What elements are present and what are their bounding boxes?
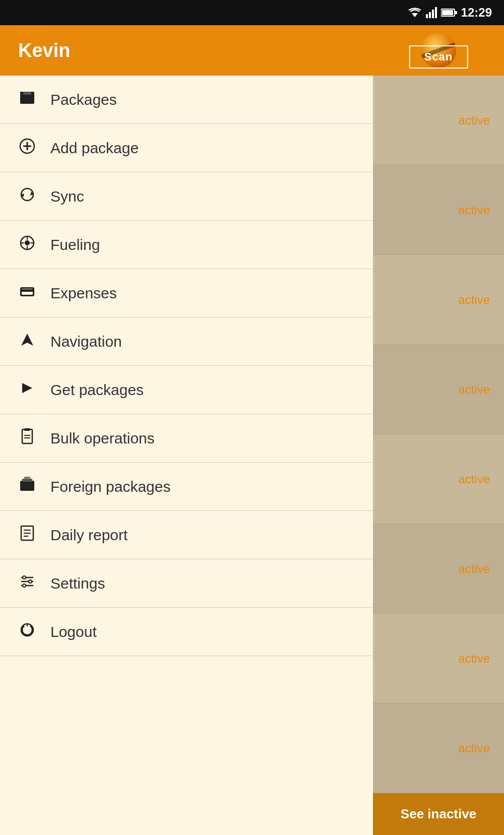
sidebar-item-navigation[interactable]: Navigation [0,317,373,366]
sidebar-item-fueling[interactable]: Fueling [0,221,373,269]
settings-icon [18,573,36,593]
sidebar-item-sync-label: Sync [50,188,84,205]
svg-rect-1 [426,14,428,18]
list-row: active [373,76,504,165]
bulk-operations-icon [18,428,36,448]
svg-rect-4 [435,7,437,18]
add-package-icon [18,138,36,158]
sidebar-item-fueling-label: Fueling [50,236,100,253]
svg-point-14 [25,240,30,245]
sidebar-item-sync[interactable]: Sync [0,172,373,221]
signal-icon [426,7,437,18]
sidebar-item-add-package[interactable]: Add package [0,124,373,172]
svg-point-38 [29,580,32,583]
status-badge: active [458,562,490,576]
sidebar-item-foreign-packages[interactable]: Foreign packages [0,463,373,511]
status-badge: active [458,293,490,307]
svg-rect-2 [429,12,431,18]
svg-marker-0 [412,13,418,17]
sidebar-header: Kevin [0,25,373,76]
sidebar-item-logout[interactable]: Logout [0,608,373,656]
sidebar-item-bulk-operations[interactable]: Bulk operations [0,414,373,463]
sidebar-item-settings[interactable]: Settings [0,559,373,608]
sidebar-item-daily-report[interactable]: Daily report [0,511,373,559]
svg-marker-22 [21,334,33,346]
packages-icon [18,90,36,109]
fueling-icon [18,235,36,254]
status-badge: active [458,203,490,217]
sidebar-item-navigation-label: Navigation [50,333,122,350]
daily-report-icon [18,525,36,545]
list-row: active [373,524,504,614]
sidebar-item-logout-label: Logout [50,623,97,640]
list-row: active [373,614,504,703]
svg-rect-28 [20,481,34,491]
sidebar-item-get-packages-label: Get packages [50,381,144,399]
list-row: active [373,703,504,793]
status-badge: active [458,382,490,397]
list-row: active [373,165,504,255]
sidebar-header-title: Kevin [18,40,70,61]
see-inactive-button[interactable]: See inactive [373,793,504,835]
status-icons: 12:29 [408,6,492,20]
right-header: Scan [373,25,504,76]
sidebar-item-foreign-packages-label: Foreign packages [50,478,170,495]
sidebar-item-expenses[interactable]: Expenses [0,269,373,317]
status-bar: 12:29 [0,0,504,25]
scan-button[interactable]: Scan [409,45,468,69]
wifi-icon [408,7,422,18]
right-panel: Scan active active active active active … [373,25,504,835]
sidebar-item-packages-label: Packages [50,91,117,108]
sidebar-item-bulk-operations-label: Bulk operations [50,430,155,447]
sidebar-menu: Packages Add package Sync Fueling [0,76,373,835]
list-row: active [373,434,504,524]
svg-rect-24 [22,429,32,443]
get-packages-icon [18,380,36,400]
svg-rect-21 [20,289,34,292]
status-badge: active [458,652,490,666]
svg-rect-9 [23,92,31,95]
sidebar-item-packages[interactable]: Packages [0,76,373,124]
status-badge: active [458,113,490,127]
svg-marker-23 [22,383,32,393]
sidebar-item-get-packages[interactable]: Get packages [0,366,373,414]
expenses-icon [18,283,36,303]
svg-rect-6 [442,10,453,15]
svg-rect-7 [455,11,457,14]
sidebar-item-settings-label: Settings [50,575,105,592]
battery-icon [441,8,457,17]
svg-point-36 [23,576,26,579]
navigation-icon [18,332,36,351]
status-time: 12:29 [461,6,492,20]
main-layout: Kevin Packages Add package Sync [0,25,504,835]
sync-icon [18,186,36,206]
foreign-packages-icon [18,477,36,496]
svg-rect-30 [24,477,30,479]
sidebar-item-daily-report-label: Daily report [50,527,128,544]
list-row: active [373,255,504,345]
status-badge: active [458,741,490,755]
sidebar: Kevin Packages Add package Sync [0,25,373,835]
logout-icon [18,622,36,641]
list-row: active [373,345,504,434]
right-content: active active active active active activ… [373,76,504,835]
status-badge: active [458,472,490,486]
svg-point-40 [23,584,26,587]
sidebar-item-expenses-label: Expenses [50,285,117,302]
svg-rect-3 [432,10,434,18]
svg-rect-25 [24,428,30,431]
sidebar-item-add-package-label: Add package [50,140,139,157]
